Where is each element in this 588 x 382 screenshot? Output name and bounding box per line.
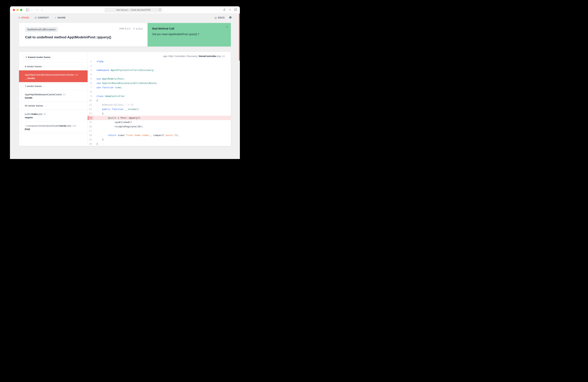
frame-line: 13: [63, 93, 65, 96]
path-segment: Controllers: [174, 55, 186, 57]
code-token: , compact(: [150, 134, 164, 136]
chevron-down-icon: ⌄: [44, 105, 46, 107]
code-token: ));: [174, 134, 179, 136]
frame-path-suffix: .php: [38, 113, 42, 115]
code-token: public: [97, 108, 112, 111]
code-token: namespace: [97, 69, 111, 72]
laravel-version: 8.79.0: [136, 27, 143, 30]
code-token: $posts: [108, 116, 116, 119]
code-token: view(: [118, 134, 125, 136]
code-token: function: [112, 108, 125, 111]
frame-line: 14: [75, 74, 78, 76]
path-line: 14: [222, 55, 225, 57]
address-bar[interactable]: Not Secure — freek.dev.test/#F55: [105, 8, 162, 12]
nav-forward-button[interactable]: ›: [40, 8, 44, 12]
active-frame[interactable]: App\Http\Controllers\Discovery\HomeContr…: [19, 70, 88, 82]
share-arrow-icon: [54, 17, 57, 19]
code-token: App\Http\Controllers\Discovery: [111, 69, 153, 72]
stack-icon: [18, 17, 20, 19]
ignition-nav: STACK CONTEXT SHARE: [10, 14, 240, 22]
expand-icon: ⇅: [25, 56, 27, 58]
stack-frame[interactable]: ~/.composer/vendor/laravel/valet/server.…: [19, 121, 88, 133]
page-content: STACK CONTEXT SHARE: [10, 14, 240, 159]
nav-stack[interactable]: STACK: [18, 17, 29, 19]
frame-path: App\Http\Controllers\Discovery\HomeContr…: [25, 74, 74, 76]
expand-vendor-label: Expand vendor frames: [28, 56, 50, 58]
code-token: [97, 116, 108, 119]
browser-toolbar: ⌄ ‹ › Not Secure — freek.dev.test/#F55 +: [10, 6, 240, 14]
code-token: 20: [138, 125, 141, 128]
code-token: __invoke: [125, 108, 136, 111]
path-segment: Discovery: [187, 55, 197, 57]
code-token: use: [97, 86, 102, 89]
nav-docs-label: DOCS: [218, 17, 225, 19]
frame-method: require: [25, 116, 82, 119]
window-close-button[interactable]: [13, 9, 15, 11]
chevron-down-icon: ⌄: [43, 65, 45, 68]
context-icon: [35, 17, 37, 19]
nav-back-button[interactable]: ‹: [36, 8, 39, 12]
path-segment: app: [163, 55, 167, 57]
new-tab-icon[interactable]: +: [229, 8, 231, 12]
exception-class-badge: BadMethodCallException: [25, 27, 58, 32]
sidebar-toggle-icon[interactable]: [26, 9, 29, 11]
code-token: }: [93, 137, 231, 142]
code-token: ->published(): [93, 120, 231, 124]
code-token: use: [97, 77, 102, 80]
solution-panel: ✕ Bad Method Call Did you mean App\Model…: [147, 23, 231, 46]
stack-frame[interactable]: public/index.php :52 require: [19, 110, 88, 121]
nav-docs[interactable]: DOCS: [214, 17, 225, 19]
exception-message: Call to undefined method App\Models\Post…: [25, 35, 114, 39]
code-token: {: [93, 112, 231, 116]
vendor-frames-group[interactable]: 4 vendor frames ⌄: [19, 62, 88, 70]
file-path-breadcrumb: app/Http/Controllers/Discovery/HomeContr…: [88, 52, 231, 59]
vendor-frames-group[interactable]: 7 vendor frames ⌄: [19, 82, 88, 90]
stack-frame[interactable]: App\Http\Middleware\CacheControl :13 han…: [19, 90, 88, 102]
reload-icon[interactable]: [159, 8, 161, 11]
svg-rect-5: [234, 10, 235, 11]
frame-line: 52: [44, 113, 46, 115]
frame-method: [top]: [25, 128, 82, 130]
svg-rect-7: [35, 17, 36, 19]
stack-panel: ⇅ Expand vendor frames 4 vendor frames ⌄…: [19, 52, 231, 146]
tab-overview-icon[interactable]: [234, 8, 237, 12]
solution-title: Bad Method Call: [152, 27, 226, 30]
svg-rect-6: [236, 10, 237, 11]
scroll-indicator: [239, 14, 240, 61]
svg-rect-3: [234, 8, 235, 9]
docs-icon: [214, 17, 217, 19]
expand-vendor-frames-button[interactable]: ⇅ Expand vendor frames: [23, 55, 53, 59]
laravel-icon: [133, 27, 135, 30]
frame-method: __invoke: [25, 77, 82, 79]
exception-header: BadMethodCallException Call to undefined…: [19, 23, 231, 46]
frame-path-prefix: public/: [25, 113, 32, 115]
nav-share[interactable]: SHARE: [54, 17, 66, 19]
code-token: ->simplePaginate(: [97, 125, 138, 128]
browser-window: ⌄ ‹ › Not Secure — freek.dev.test/#F55 +: [10, 6, 240, 159]
code-column: app/Http/Controllers/Discovery/HomeContr…: [88, 52, 231, 146]
code-token: HomeController: [105, 95, 125, 97]
close-icon[interactable]: ✕: [226, 25, 228, 29]
vendor-frames-group[interactable]: 44 vendor frames ⌄: [19, 102, 88, 110]
code-token: use: [97, 82, 102, 84]
code-viewer: 1<?php 2 3namespace App\Http\Controllers…: [88, 59, 231, 146]
code-token: view: [115, 86, 121, 89]
code-token: (): [136, 108, 139, 111]
share-icon[interactable]: [223, 8, 226, 12]
frame-path-prefix: ~/.composer/vendor/laravel/valet/: [25, 124, 60, 127]
vendor-frames-label: 7 vendor frames: [25, 85, 42, 88]
code-token: {: [93, 98, 231, 103]
vendor-frames-label: 4 vendor frames: [25, 65, 42, 68]
nav-context[interactable]: CONTEXT: [35, 17, 49, 19]
frame-line: 234: [72, 125, 76, 127]
code-token: class: [97, 95, 105, 97]
code-token: #[Route(fullUri: '/')]: [97, 103, 133, 106]
code-token: 'front.home.index': [125, 134, 150, 136]
frame-method: handle: [25, 96, 82, 99]
window-zoom-button[interactable]: [20, 9, 22, 11]
settings-icon[interactable]: [229, 16, 232, 19]
chevron-down-icon: ⌄: [43, 85, 45, 87]
chevron-down-icon[interactable]: ⌄: [31, 9, 32, 11]
code-token: = Post::qquery(): [116, 116, 141, 119]
window-minimize-button[interactable]: [17, 9, 19, 11]
